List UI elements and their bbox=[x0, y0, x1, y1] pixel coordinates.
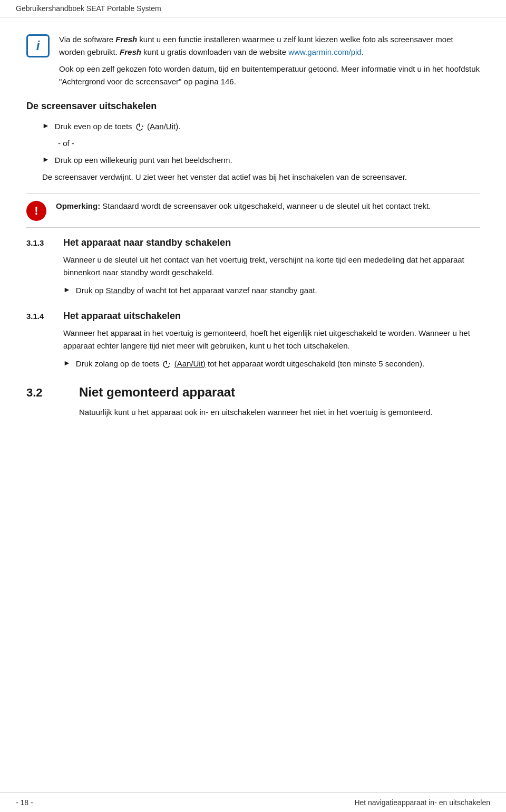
screensaver-section-heading: De screensaver uitschakelen bbox=[26, 101, 480, 112]
garmin-link[interactable]: www.garmin.com/pid bbox=[288, 47, 361, 56]
header-title: Gebruikershandboek SEAT Portable System bbox=[16, 4, 161, 13]
screensaver-para1: De screensaver verdwijnt. U ziet weer he… bbox=[42, 171, 480, 183]
section-313-bullet-text: Druk op Standby of wacht tot het apparaa… bbox=[76, 284, 480, 297]
info-box: i Via de software Fresh kunt u een funct… bbox=[26, 33, 480, 88]
section-313-content: Het apparaat naar standby schakelen Wann… bbox=[63, 237, 480, 301]
warning-text: Opmerking: Standaard wordt de screensave… bbox=[56, 200, 480, 212]
warning-body: Standaard wordt de screensaver ook uitge… bbox=[102, 201, 431, 210]
screensaver-bullet2: ► Druk op een willekeurig punt van het b… bbox=[42, 154, 480, 167]
power-icon-2 bbox=[162, 360, 171, 369]
section-314-number: 3.1.4 bbox=[26, 311, 53, 321]
page-header: Gebruikershandboek SEAT Portable System bbox=[0, 0, 506, 17]
section-32-number: 3.2 bbox=[26, 385, 69, 400]
intro-paragraph1: Via de software Fresh kunt u een functie… bbox=[59, 33, 480, 59]
info-text: Via de software Fresh kunt u een functie… bbox=[59, 33, 480, 88]
section-313: 3.1.3 Het apparaat naar standby schakele… bbox=[26, 237, 480, 301]
section-314-bullet-text: Druk zolang op de toets (Aan/Uit) tot he… bbox=[76, 357, 480, 370]
bullet-arrow-1: ► bbox=[42, 121, 50, 130]
section-32-body: Natuurlijk kunt u het apparaat ook in- e… bbox=[79, 406, 480, 419]
intro-paragraph2: Ook op een zelf gekozen foto worden datu… bbox=[59, 63, 480, 88]
page-footer: - 18 - Het navigatieapparaat in- en uits… bbox=[0, 792, 506, 812]
power-icon-1 bbox=[135, 123, 144, 131]
section-314-title: Het apparaat uitschakelen bbox=[63, 311, 480, 322]
section-32-content: Niet gemonteerd apparaat Natuurlijk kunt… bbox=[79, 385, 480, 424]
warning-label: Opmerking: bbox=[56, 201, 100, 210]
bullet-arrow-3: ► bbox=[63, 285, 71, 294]
section-32: 3.2 Niet gemonteerd apparaat Natuurlijk … bbox=[26, 385, 480, 424]
info-icon: i bbox=[26, 34, 50, 57]
section-313-bullet: ► Druk op Standby of wacht tot het appar… bbox=[63, 284, 480, 297]
section-314-content: Het apparaat uitschakelen Wanneer het ap… bbox=[63, 311, 480, 374]
warning-icon: ! bbox=[26, 201, 46, 221]
or-text: - of - bbox=[58, 137, 480, 150]
footer-page-number: - 18 - bbox=[16, 798, 33, 807]
section-313-title: Het apparaat naar standby schakelen bbox=[63, 237, 480, 248]
bullet-arrow-2: ► bbox=[42, 155, 50, 163]
section-32-title: Niet gemonteerd apparaat bbox=[79, 385, 480, 400]
section-313-number: 3.1.3 bbox=[26, 237, 53, 247]
section-313-body: Wanneer u de sleutel uit het contact van… bbox=[63, 254, 480, 279]
footer-nav-text: Het navigatieapparaat in- en uitschakele… bbox=[354, 798, 490, 807]
screensaver-bullet1-text: Druk even op de toets (Aan/Uit). bbox=[55, 120, 480, 133]
section-314-bullet: ► Druk zolang op de toets (Aan/Uit) tot … bbox=[63, 357, 480, 370]
screensaver-bullet2-text: Druk op een willekeurig punt van het bee… bbox=[55, 154, 480, 167]
bullet-arrow-4: ► bbox=[63, 359, 71, 367]
screensaver-bullet1: ► Druk even op de toets (Aan/Uit). bbox=[42, 120, 480, 133]
section-314-body1: Wanneer het apparaat in het voertuig is … bbox=[63, 327, 480, 352]
main-content: i Via de software Fresh kunt u een funct… bbox=[0, 17, 506, 792]
section-314: 3.1.4 Het apparaat uitschakelen Wanneer … bbox=[26, 311, 480, 374]
warning-box: ! Opmerking: Standaard wordt de screensa… bbox=[26, 193, 480, 228]
